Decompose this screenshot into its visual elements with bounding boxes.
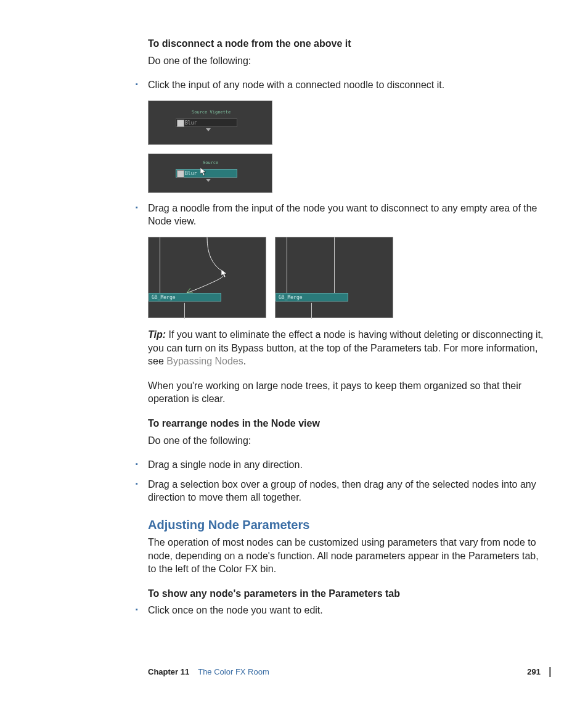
figure-drag-after: GB_Merge	[275, 237, 393, 318]
heading-rearrange: To rearrange nodes in the Node view	[148, 418, 320, 429]
cursor-icon	[221, 268, 227, 282]
figure-drag-before: GB_Merge	[148, 237, 266, 318]
figure-node-teal: Source Blur	[148, 154, 272, 193]
heading-show-params: To show any node's parameters in the Par…	[148, 588, 400, 599]
fig-label-source: Source	[203, 160, 218, 166]
para-large-trees: When you're working on large node trees,…	[148, 379, 545, 406]
fig-node-merge-1: GB_Merge	[149, 293, 221, 302]
node-icon	[177, 170, 184, 178]
fig-node-blur-teal: Blur	[176, 169, 237, 178]
footer-chapter: Chapter 11	[148, 667, 189, 678]
bullet-click-input: Click the input of any node with a conne…	[137, 78, 545, 92]
tip-label: Tip:	[148, 329, 166, 340]
rearrange-heading-block: To rearrange nodes in the Node view Do o…	[148, 417, 545, 447]
triangle-down-icon	[206, 128, 211, 131]
do-one-2: Do one of the following:	[148, 434, 545, 448]
figure-row-drag: GB_Merge GB_Merge	[148, 237, 545, 318]
noodle-curve	[149, 237, 267, 319]
link-bypassing-nodes[interactable]: Bypassing Nodes	[166, 356, 243, 366]
footer-bar-icon	[549, 667, 551, 677]
disconnect-heading-block: To disconnect a node from the one above …	[148, 37, 545, 67]
bullet-drag-noodle: Drag a noodle from the input of the node…	[137, 202, 545, 228]
do-one-1: Do one of the following:	[148, 54, 545, 68]
section-body: The operation of most nodes can be custo…	[148, 536, 545, 576]
fig-node-blur-dark: Blur	[176, 118, 237, 127]
connector-line	[311, 303, 312, 319]
svg-marker-0	[200, 168, 206, 176]
figure-node-dark: Source Vignette Blur	[148, 101, 272, 145]
section-adjusting-params: Adjusting Node Parameters	[148, 517, 545, 533]
connector-line	[334, 237, 335, 293]
node-icon	[177, 120, 184, 127]
cursor-icon	[200, 166, 206, 180]
connector-line	[287, 237, 287, 293]
svg-marker-1	[221, 269, 227, 277]
heading-disconnect: To disconnect a node from the one above …	[148, 38, 351, 49]
tip-paragraph: Tip: If you want to eliminate the effect…	[148, 328, 545, 368]
triangle-down-icon	[206, 179, 211, 182]
bullet-click-once: Click once on the node you want to edit.	[137, 604, 545, 617]
page-footer: Chapter 11 The Color FX Room 291	[148, 667, 551, 678]
footer-chapter-title: The Color FX Room	[198, 667, 269, 678]
fig-node-merge-2: GB_Merge	[276, 293, 348, 302]
fig-label-src-vig: Source Vignette	[192, 110, 231, 115]
tip-body-b: .	[243, 356, 246, 366]
bullet-drag-selection: Drag a selection box over a group of nod…	[137, 478, 545, 504]
footer-page-number: 291	[527, 667, 541, 678]
bullet-drag-single: Drag a single node in any direction.	[137, 458, 545, 472]
